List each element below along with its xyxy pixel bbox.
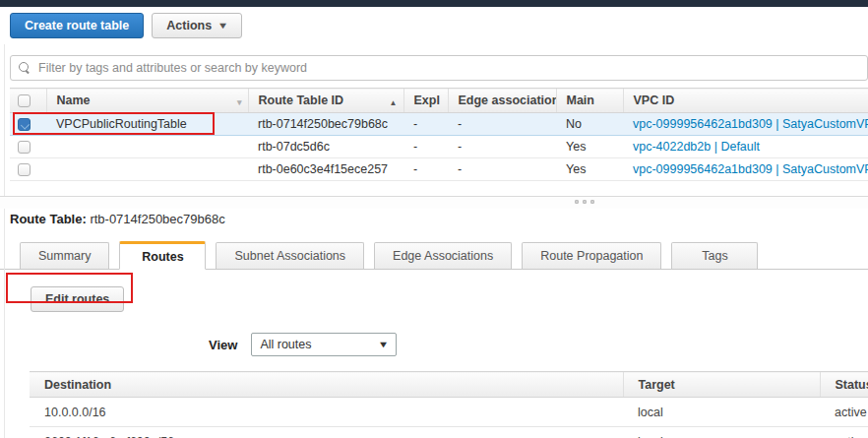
route-row[interactable]: 2600:1f16:e6a:f600::/56 local active <box>30 427 868 438</box>
cell-destination: 10.0.0.0/16 <box>30 398 623 427</box>
cell-target: local <box>623 427 820 438</box>
edit-routes-button[interactable]: Edit routes <box>31 286 124 312</box>
cell-route-table-id: rtb-0714f250bec79b68c <box>248 113 403 136</box>
cell-target: local <box>623 398 820 427</box>
route-tables-table: Name Route Table ID Expl Edge associatio… <box>10 88 868 181</box>
cell-name <box>46 158 248 181</box>
vpc-route-tables-page: Create route table Actions Filter by tag… <box>0 0 868 438</box>
column-header-main[interactable]: Main <box>556 89 623 113</box>
cell-destination: 2600:1f16:e6a:f600::/56 <box>30 427 623 438</box>
table-header-row: Name Route Table ID Expl Edge associatio… <box>10 89 868 113</box>
table-row[interactable]: rtb-07dc5d6c - - Yes vpc-4022db2b | Defa… <box>10 136 868 158</box>
vpc-id-link[interactable]: vpc-0999956462a1bd309 | SatyaCustomVPC <box>633 117 868 131</box>
detail-label: Route Table: <box>10 212 87 226</box>
cell-expl: - <box>403 113 448 136</box>
vpc-id-link[interactable]: vpc-4022db2b | Default <box>633 140 760 154</box>
column-header-edge-associations[interactable]: Edge associations <box>448 89 556 113</box>
cell-main: Yes <box>556 136 623 158</box>
row-checkbox[interactable] <box>18 163 31 176</box>
column-header-expl[interactable]: Expl <box>403 89 448 113</box>
search-icon <box>19 62 31 74</box>
routes-header-row: Destination Target Status <box>30 372 868 398</box>
actions-button-label: Actions <box>166 19 212 32</box>
cell-edge: - <box>448 113 556 136</box>
table-row[interactable]: VPCPublicRoutingTable rtb-0714f250bec79b… <box>10 113 868 136</box>
cell-main: No <box>556 113 623 136</box>
select-all-checkbox[interactable] <box>18 94 31 107</box>
tab-route-propagation[interactable]: Route Propagation <box>522 242 661 269</box>
tab-tags[interactable]: Tags <box>671 242 758 269</box>
cell-edge: - <box>448 158 556 181</box>
create-route-table-button[interactable]: Create route table <box>10 13 144 38</box>
route-row[interactable]: 10.0.0.0/16 local active <box>30 398 868 427</box>
view-label: View <box>209 338 237 352</box>
cell-route-table-id: rtb-07dc5d6c <box>248 136 403 158</box>
sort-asc-icon <box>390 98 398 107</box>
view-selected-value: All routes <box>260 338 375 351</box>
table-row[interactable]: rtb-0e60c3e4f15ece257 - - Yes vpc-099995… <box>10 158 868 181</box>
column-label-id: Route Table ID <box>259 94 344 107</box>
cell-name: VPCPublicRoutingTable <box>46 113 248 136</box>
column-header-destination: Destination <box>30 372 623 398</box>
column-header-name[interactable]: Name <box>46 89 248 113</box>
console-top-bar <box>0 0 868 7</box>
detail-tabs: Summary Routes Subnet Associations Edge … <box>0 241 868 270</box>
detail-header: Route Table: rtb-0714f250bec79b68c <box>10 212 868 226</box>
column-label-name: Name <box>57 94 91 107</box>
split-pane-divider <box>0 196 868 209</box>
cell-edge: - <box>448 136 556 158</box>
cell-expl: - <box>403 136 448 158</box>
caret-down-icon <box>217 21 229 31</box>
tab-subnet-associations[interactable]: Subnet Associations <box>216 242 364 269</box>
filter-search-input[interactable]: Filter by tags and attributes or search … <box>10 55 868 81</box>
split-pane-drag-handle[interactable] <box>575 200 594 204</box>
caret-down-icon <box>378 340 390 349</box>
tab-routes[interactable]: Routes <box>119 241 206 270</box>
toolbar: Create route table Actions <box>10 12 868 39</box>
column-header-vpc-id[interactable]: VPC ID <box>623 89 868 113</box>
search-placeholder: Filter by tags and attributes or search … <box>38 61 307 75</box>
column-header-status: Status <box>820 372 868 398</box>
cell-route-table-id: rtb-0e60c3e4f15ece257 <box>248 158 403 181</box>
row-checkbox[interactable] <box>18 141 31 154</box>
cell-name <box>46 136 248 158</box>
view-select-dropdown[interactable]: All routes <box>251 333 397 356</box>
actions-button[interactable]: Actions <box>152 13 242 38</box>
vpc-id-link[interactable]: vpc-0999956462a1bd309 | SatyaCustomVPC <box>633 162 868 176</box>
tab-summary[interactable]: Summary <box>20 242 109 269</box>
tab-edge-associations[interactable]: Edge Associations <box>374 242 512 269</box>
page-left-divider <box>4 44 5 438</box>
status-badge: active <box>820 398 868 427</box>
routes-list-table: Destination Target Status 10.0.0.0/16 lo… <box>30 371 868 438</box>
row-checkbox[interactable] <box>18 118 31 131</box>
status-badge: active <box>820 427 868 438</box>
header-select-all[interactable] <box>10 89 46 113</box>
column-header-route-table-id[interactable]: Route Table ID <box>248 89 403 113</box>
view-filter-row: View All routes <box>209 333 868 356</box>
column-header-target: Target <box>623 372 820 398</box>
cell-main: Yes <box>556 158 623 181</box>
detail-route-table-id: rtb-0714f250bec79b68c <box>90 212 224 226</box>
sort-icon <box>237 97 242 107</box>
cell-expl: - <box>403 158 448 181</box>
